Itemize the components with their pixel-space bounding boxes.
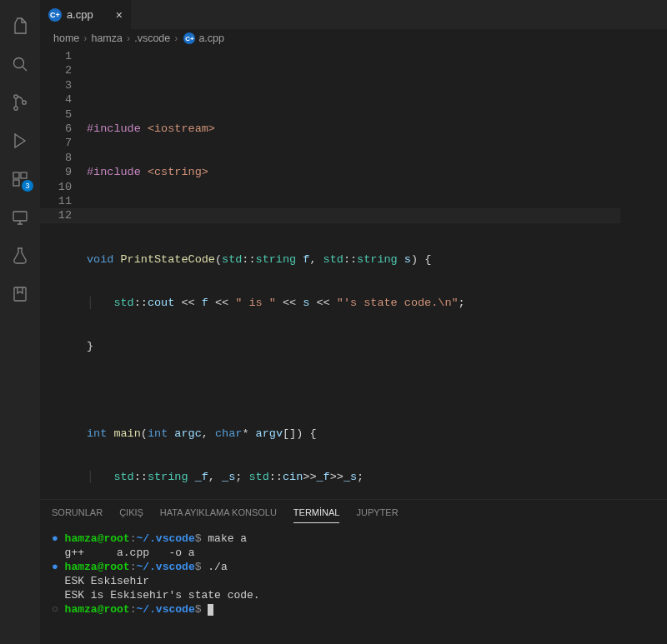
svg-rect-5: [21, 172, 27, 178]
extensions-badge: 3: [22, 180, 33, 192]
cpp-icon: C+: [48, 8, 62, 22]
breadcrumb-item[interactable]: .vscode: [134, 32, 170, 44]
breadcrumb-item[interactable]: a.cpp: [198, 32, 224, 44]
tab-output[interactable]: ÇIKIŞ: [119, 507, 143, 523]
breadcrumb-item[interactable]: hamza: [91, 32, 123, 44]
panel-tabs: SORUNLAR ÇIKIŞ HATA AYIKLAMA KONSOLU TER…: [40, 500, 667, 523]
bookmark-icon[interactable]: [0, 275, 40, 313]
svg-rect-8: [14, 287, 26, 301]
remote-icon[interactable]: [0, 198, 40, 237]
tab-terminal[interactable]: TERMİNAL: [293, 507, 340, 523]
source-control-icon[interactable]: [0, 83, 40, 122]
run-debug-icon[interactable]: [0, 122, 40, 160]
close-icon[interactable]: ×: [116, 8, 123, 22]
explorer-icon[interactable]: [0, 7, 40, 45]
tab-a-cpp[interactable]: C+ a.cpp ×: [40, 0, 132, 29]
svg-point-3: [23, 101, 26, 104]
cpp-icon: C+: [183, 32, 195, 44]
svg-rect-6: [13, 180, 19, 186]
code-editor[interactable]: 12 34 56 78 910 1112 #include <iostream>…: [40, 47, 667, 499]
bottom-panel: SORUNLAR ÇIKIŞ HATA AYIKLAMA KONSOLU TER…: [40, 499, 667, 644]
search-icon[interactable]: [0, 45, 40, 83]
svg-rect-4: [13, 172, 19, 178]
line-numbers: 12 34 56 78 910 1112: [40, 49, 87, 499]
testing-icon[interactable]: [0, 237, 40, 275]
tab-jupyter[interactable]: JUPYTER: [356, 507, 398, 523]
breadcrumb[interactable]: home› hamza› .vscode› C+ a.cpp: [40, 29, 667, 47]
tab-debug-console[interactable]: HATA AYIKLAMA KONSOLU: [160, 507, 277, 523]
svg-point-2: [14, 107, 18, 110]
extensions-icon[interactable]: 3: [0, 160, 40, 198]
breadcrumb-item[interactable]: home: [53, 32, 79, 44]
terminal-output[interactable]: ● hamza@root:~/.vscode$ make a g++ a.cpp…: [40, 523, 667, 644]
svg-rect-7: [13, 212, 27, 221]
svg-point-1: [14, 95, 18, 98]
tab-problems[interactable]: SORUNLAR: [52, 507, 103, 523]
terminal-cursor: [208, 604, 213, 616]
tab-label: a.cpp: [67, 8, 93, 21]
editor-group: C+ a.cpp × home› hamza› .vscode› C+ a.cp…: [40, 0, 667, 644]
activity-bar: 3: [0, 0, 40, 644]
code-content[interactable]: #include <iostream> #include <cstring> v…: [87, 49, 667, 499]
svg-point-0: [14, 58, 24, 68]
tab-bar: C+ a.cpp ×: [40, 0, 667, 29]
